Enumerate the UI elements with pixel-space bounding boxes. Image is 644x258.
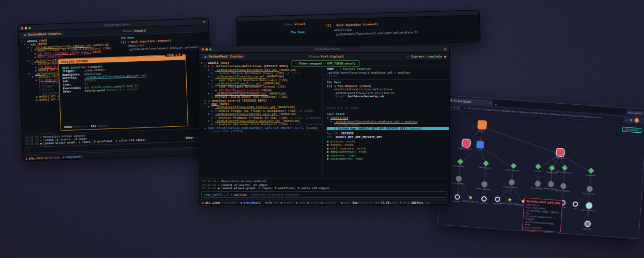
node-label: analyze (Weiss… xyxy=(503,185,519,189)
forward-icon[interactable]: → xyxy=(452,105,455,109)
lock-icon: ⚷ xyxy=(464,106,466,109)
node-label: xyz xyxy=(478,149,481,152)
main-status-bar: ▲ ghs_…LhXb (pivoted) ◆ org:whooli hjkl:… xyxy=(199,199,449,205)
diamond-node-icon xyxy=(457,159,463,164)
sq-node-icon xyxy=(476,141,484,149)
graph-node-d4[interactable]: lint.yml xyxy=(533,163,544,173)
node-label: lint.yml xyxy=(535,169,541,172)
desktop-canvas: SmokedMeat Counter ▲ SmokedMeat Counter … xyxy=(0,0,644,258)
circle-node-icon xyxy=(508,180,515,186)
credential-line: PEM: WHOOLI_BOT_APP_PRIVATE_KEY xyxy=(327,135,449,139)
left-terminal-body: ▼ ○ whooli [ORG] ▼ ○ xyz [REPO] ▼ ○ .git… xyxy=(19,32,212,134)
graph-node-g1[interactable]: gcp_oidc xyxy=(581,220,594,231)
diamond-node-icon xyxy=(536,163,541,169)
close-button[interactable] xyxy=(21,27,23,29)
reload-icon[interactable]: ↻ xyxy=(457,106,459,109)
node-tooltip: WHOOLI_BOT_APP_KEY type: secretclass: hi… xyxy=(522,198,563,233)
tab-favicon xyxy=(450,99,452,101)
graph-node-j6[interactable]: review (Review… xyxy=(551,182,575,194)
node-label: WHOOLI_INT_PAT xyxy=(462,200,478,203)
main-terminal-titlebar: SmokedMeat Counter xyxy=(199,46,449,53)
graph-node-t1[interactable]: oidc_trust/nuc… xyxy=(577,202,600,213)
minimize-button[interactable] xyxy=(25,27,27,29)
star-node-icon: ★ xyxy=(468,195,473,200)
node-label: internal-sync… xyxy=(479,166,493,169)
circle-node-icon xyxy=(456,176,462,182)
node-label: review (Review… xyxy=(555,189,571,192)
menu-item[interactable]: target: build-cache/setup.sh xyxy=(327,95,449,98)
tab-title: Attack Graph xyxy=(453,99,488,104)
titlebar-indicator xyxy=(444,48,447,50)
menu-title: The Menu xyxy=(323,81,449,84)
left-terminal-window: SmokedMeat Counter ▲ SmokedMeat Counter … xyxy=(18,18,214,161)
log-line: 16:34:20 ● Loaded attack graph: 3 repos,… xyxy=(202,187,447,190)
graph-node-xyz[interactable]: xyz xyxy=(476,141,484,153)
diamond-node-icon xyxy=(561,165,567,171)
main-terminal-body: ▼ ○ whooli [ORG] ▼ ▪ ⚷ infrastructure-de… xyxy=(199,60,449,178)
wizard-fields: Bash injection (comment)Trigger: issue_c… xyxy=(59,60,187,96)
permission-item: ● environments: read xyxy=(327,157,449,160)
minimize-button[interactable] xyxy=(206,48,208,51)
graph-node-l2[interactable]: injection xyxy=(478,196,489,205)
key-hint[interactable]: Enter:continue Esc:cancel xyxy=(64,124,108,128)
extensions-icon[interactable]: ◧ xyxy=(630,118,633,121)
window-controls xyxy=(21,27,31,30)
wizard-step-badge: Step 1/3 xyxy=(165,53,182,56)
zoom-button[interactable] xyxy=(28,27,31,29)
node-label: vuln xyxy=(573,207,577,210)
main-log-area: 16:34:20 ✓ Repository access updated16:3… xyxy=(199,178,449,191)
circle-node-icon xyxy=(560,183,567,189)
wizard-footer-keys: Enter:continue Esc:cancel xyxy=(64,124,108,128)
browser-menu-icon[interactable]: ⋮ xyxy=(640,119,643,122)
zoom-button[interactable] xyxy=(209,48,211,51)
payload-wizard-dialog: Step 1/3 PAYLOAD WIZARD Bash injection (… xyxy=(58,54,188,131)
graph-node-infra[interactable]: ⚷ infrastruct… xyxy=(550,148,570,160)
window-title: SmokedMeat Counter xyxy=(213,48,442,51)
graph-node-whooli[interactable]: whooli xyxy=(477,120,487,133)
attack-graph-canvas[interactable]: Connected WHOOLI_BOT_APP_KEY type: secre… xyxy=(437,111,644,239)
titlebar-indicator xyxy=(203,21,206,23)
new-tab-button[interactable]: + xyxy=(493,102,499,106)
node-label: ⚷ infrastruct… xyxy=(553,156,567,160)
graph-node-d1[interactable]: auto-labeler… xyxy=(450,158,470,168)
node-label: benchmark-bot… xyxy=(556,170,572,174)
download-icon[interactable]: ↓ xyxy=(626,118,628,121)
node-label: deploy.yml xyxy=(586,174,596,177)
app-credentials: App ID: 3228858PEM: WHOOLI_BOT_APP_PRIVA… xyxy=(323,132,449,139)
press-hint: Press 1-5 to order xyxy=(323,106,449,110)
status-line: :34:07 xyxy=(327,74,449,77)
graph-node-d3[interactable]: whooli-analyze… xyxy=(502,162,525,173)
graph-node-j3[interactable]: analyze (Weiss… xyxy=(500,178,523,190)
tab-close-icon[interactable]: × xyxy=(489,101,492,104)
agent-status-panel: Agent Status PUHF | ✓ Express complete.g… xyxy=(323,60,449,178)
menu-item-repo: whooli/xyz xyxy=(334,28,352,32)
graph-node-j7[interactable]: sync (Sync to … xyxy=(579,185,601,197)
ring-node-icon xyxy=(481,196,487,202)
asset-tree: ▼ ○ whooli [ORG] ▼ ▪ ⚷ infrastructure-de… xyxy=(199,60,323,178)
graph-node-d2[interactable]: internal-sync… xyxy=(475,160,496,171)
prompt-line[interactable]: [agt_GaOT4...] › payload (generate injec… xyxy=(204,193,444,196)
loot-item[interactable]: ▌ ⚷ GitHub App (WHOOLI_BOT_APP_PRIVATE_K… xyxy=(327,127,449,130)
menu-item-line[interactable]: [1] ⚡ Bash injection (comment) xyxy=(326,23,378,27)
status-text: ✓ Express complete ● xyxy=(407,54,446,58)
circle-node-icon xyxy=(481,181,488,188)
close-button[interactable] xyxy=(202,48,204,51)
circle-node-icon xyxy=(587,186,593,192)
node-label: gcp_oidc xyxy=(583,227,591,230)
graph-node-d7[interactable]: deploy.yml xyxy=(584,168,599,178)
menu-items: [1] ⚡ Bash injection (comment) whooli/xy… xyxy=(121,38,208,52)
graph-node-newcleus[interactable]: ⚷ NewCleus co… xyxy=(455,139,478,152)
command-input[interactable]: [agt_GaOT4...] › payload (generate injec… xyxy=(201,191,447,198)
profile-avatar[interactable] xyxy=(634,118,639,123)
node-label: injection xyxy=(480,202,488,204)
puhf-status: PUHF | ✓ Express complete.github/workflo… xyxy=(323,67,449,77)
tree-row[interactable]: ○ gcp_oidc [TOKEN] xyxy=(201,130,323,133)
sq-node-icon xyxy=(477,120,487,130)
diamond-node-icon xyxy=(510,163,516,169)
browser-window: Attack Graph × + Ask Gemini ← → ↻ ⚷ 127.… xyxy=(437,95,644,239)
node-label: whooli xyxy=(479,130,485,132)
graph-node-j1[interactable]: whooli-triage… xyxy=(449,175,470,187)
graph-node-d6[interactable]: benchmark-bot… xyxy=(553,164,576,175)
graph-node-j2[interactable]: archive-feedba… xyxy=(473,181,496,192)
status-segment: ▲ ghs_…LhXb (pivoted) ◆ org:whooli hjkl:… xyxy=(202,201,430,204)
